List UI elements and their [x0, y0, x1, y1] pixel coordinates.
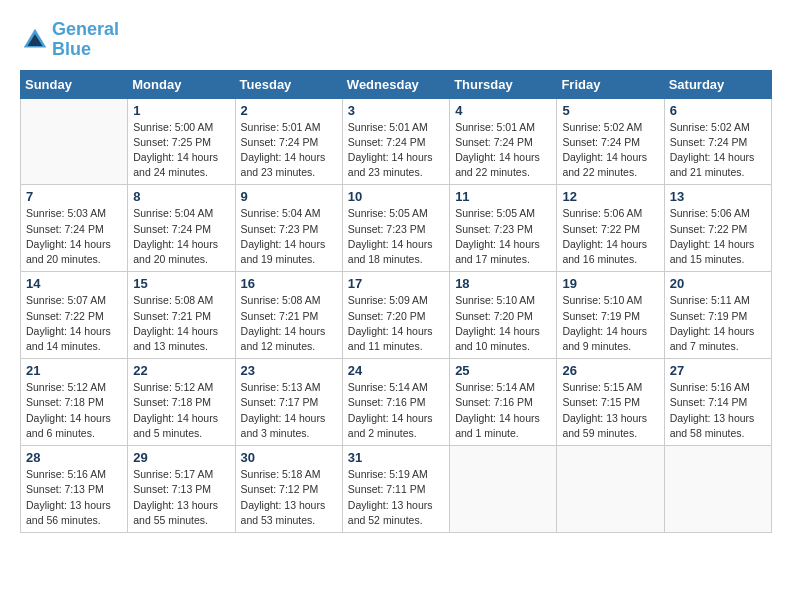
calendar-cell: 7Sunrise: 5:03 AMSunset: 7:24 PMDaylight… [21, 185, 128, 272]
day-number: 12 [562, 189, 658, 204]
calendar-cell: 24Sunrise: 5:14 AMSunset: 7:16 PMDayligh… [342, 359, 449, 446]
calendar-cell: 31Sunrise: 5:19 AMSunset: 7:11 PMDayligh… [342, 446, 449, 533]
day-info: Sunrise: 5:01 AMSunset: 7:24 PMDaylight:… [348, 120, 444, 181]
day-info: Sunrise: 5:10 AMSunset: 7:19 PMDaylight:… [562, 293, 658, 354]
day-number: 26 [562, 363, 658, 378]
day-number: 9 [241, 189, 337, 204]
day-info: Sunrise: 5:09 AMSunset: 7:20 PMDaylight:… [348, 293, 444, 354]
day-number: 29 [133, 450, 229, 465]
day-info: Sunrise: 5:14 AMSunset: 7:16 PMDaylight:… [455, 380, 551, 441]
logo-text: General Blue [52, 20, 119, 60]
calendar-cell: 5Sunrise: 5:02 AMSunset: 7:24 PMDaylight… [557, 98, 664, 185]
calendar-cell: 25Sunrise: 5:14 AMSunset: 7:16 PMDayligh… [450, 359, 557, 446]
calendar-cell: 4Sunrise: 5:01 AMSunset: 7:24 PMDaylight… [450, 98, 557, 185]
calendar-cell: 29Sunrise: 5:17 AMSunset: 7:13 PMDayligh… [128, 446, 235, 533]
calendar-cell: 14Sunrise: 5:07 AMSunset: 7:22 PMDayligh… [21, 272, 128, 359]
calendar-week-row: 21Sunrise: 5:12 AMSunset: 7:18 PMDayligh… [21, 359, 772, 446]
day-number: 23 [241, 363, 337, 378]
calendar-week-row: 28Sunrise: 5:16 AMSunset: 7:13 PMDayligh… [21, 446, 772, 533]
calendar-cell: 19Sunrise: 5:10 AMSunset: 7:19 PMDayligh… [557, 272, 664, 359]
day-info: Sunrise: 5:11 AMSunset: 7:19 PMDaylight:… [670, 293, 766, 354]
day-number: 14 [26, 276, 122, 291]
day-info: Sunrise: 5:03 AMSunset: 7:24 PMDaylight:… [26, 206, 122, 267]
day-number: 31 [348, 450, 444, 465]
day-number: 28 [26, 450, 122, 465]
day-number: 15 [133, 276, 229, 291]
day-header: Friday [557, 70, 664, 98]
calendar-cell: 12Sunrise: 5:06 AMSunset: 7:22 PMDayligh… [557, 185, 664, 272]
day-number: 24 [348, 363, 444, 378]
calendar-cell: 10Sunrise: 5:05 AMSunset: 7:23 PMDayligh… [342, 185, 449, 272]
day-header: Wednesday [342, 70, 449, 98]
day-info: Sunrise: 5:02 AMSunset: 7:24 PMDaylight:… [562, 120, 658, 181]
logo-icon [20, 25, 50, 55]
calendar-cell: 16Sunrise: 5:08 AMSunset: 7:21 PMDayligh… [235, 272, 342, 359]
day-number: 19 [562, 276, 658, 291]
day-number: 3 [348, 103, 444, 118]
day-number: 18 [455, 276, 551, 291]
day-info: Sunrise: 5:01 AMSunset: 7:24 PMDaylight:… [455, 120, 551, 181]
calendar-cell: 9Sunrise: 5:04 AMSunset: 7:23 PMDaylight… [235, 185, 342, 272]
calendar-cell: 17Sunrise: 5:09 AMSunset: 7:20 PMDayligh… [342, 272, 449, 359]
calendar-cell: 26Sunrise: 5:15 AMSunset: 7:15 PMDayligh… [557, 359, 664, 446]
day-header: Saturday [664, 70, 771, 98]
calendar-cell: 18Sunrise: 5:10 AMSunset: 7:20 PMDayligh… [450, 272, 557, 359]
day-number: 2 [241, 103, 337, 118]
day-number: 1 [133, 103, 229, 118]
day-header: Monday [128, 70, 235, 98]
day-info: Sunrise: 5:14 AMSunset: 7:16 PMDaylight:… [348, 380, 444, 441]
day-number: 17 [348, 276, 444, 291]
day-info: Sunrise: 5:16 AMSunset: 7:14 PMDaylight:… [670, 380, 766, 441]
day-number: 20 [670, 276, 766, 291]
day-info: Sunrise: 5:16 AMSunset: 7:13 PMDaylight:… [26, 467, 122, 528]
day-info: Sunrise: 5:19 AMSunset: 7:11 PMDaylight:… [348, 467, 444, 528]
calendar-week-row: 1Sunrise: 5:00 AMSunset: 7:25 PMDaylight… [21, 98, 772, 185]
calendar-week-row: 7Sunrise: 5:03 AMSunset: 7:24 PMDaylight… [21, 185, 772, 272]
day-number: 5 [562, 103, 658, 118]
day-number: 10 [348, 189, 444, 204]
day-number: 22 [133, 363, 229, 378]
calendar-cell: 15Sunrise: 5:08 AMSunset: 7:21 PMDayligh… [128, 272, 235, 359]
day-info: Sunrise: 5:05 AMSunset: 7:23 PMDaylight:… [455, 206, 551, 267]
day-info: Sunrise: 5:01 AMSunset: 7:24 PMDaylight:… [241, 120, 337, 181]
day-info: Sunrise: 5:15 AMSunset: 7:15 PMDaylight:… [562, 380, 658, 441]
calendar-cell: 3Sunrise: 5:01 AMSunset: 7:24 PMDaylight… [342, 98, 449, 185]
calendar-cell: 21Sunrise: 5:12 AMSunset: 7:18 PMDayligh… [21, 359, 128, 446]
day-info: Sunrise: 5:06 AMSunset: 7:22 PMDaylight:… [670, 206, 766, 267]
calendar-cell [450, 446, 557, 533]
page-header: General Blue [20, 20, 772, 60]
day-info: Sunrise: 5:08 AMSunset: 7:21 PMDaylight:… [133, 293, 229, 354]
day-info: Sunrise: 5:13 AMSunset: 7:17 PMDaylight:… [241, 380, 337, 441]
day-number: 6 [670, 103, 766, 118]
calendar-cell: 8Sunrise: 5:04 AMSunset: 7:24 PMDaylight… [128, 185, 235, 272]
calendar-cell: 6Sunrise: 5:02 AMSunset: 7:24 PMDaylight… [664, 98, 771, 185]
day-info: Sunrise: 5:10 AMSunset: 7:20 PMDaylight:… [455, 293, 551, 354]
day-info: Sunrise: 5:12 AMSunset: 7:18 PMDaylight:… [133, 380, 229, 441]
day-info: Sunrise: 5:04 AMSunset: 7:24 PMDaylight:… [133, 206, 229, 267]
calendar-cell: 13Sunrise: 5:06 AMSunset: 7:22 PMDayligh… [664, 185, 771, 272]
calendar-week-row: 14Sunrise: 5:07 AMSunset: 7:22 PMDayligh… [21, 272, 772, 359]
day-info: Sunrise: 5:17 AMSunset: 7:13 PMDaylight:… [133, 467, 229, 528]
day-number: 11 [455, 189, 551, 204]
day-info: Sunrise: 5:08 AMSunset: 7:21 PMDaylight:… [241, 293, 337, 354]
calendar-cell: 28Sunrise: 5:16 AMSunset: 7:13 PMDayligh… [21, 446, 128, 533]
calendar-cell [664, 446, 771, 533]
day-number: 27 [670, 363, 766, 378]
calendar-table: SundayMondayTuesdayWednesdayThursdayFrid… [20, 70, 772, 533]
day-info: Sunrise: 5:12 AMSunset: 7:18 PMDaylight:… [26, 380, 122, 441]
calendar-cell [21, 98, 128, 185]
day-number: 30 [241, 450, 337, 465]
header-row: SundayMondayTuesdayWednesdayThursdayFrid… [21, 70, 772, 98]
calendar-cell: 11Sunrise: 5:05 AMSunset: 7:23 PMDayligh… [450, 185, 557, 272]
day-number: 13 [670, 189, 766, 204]
calendar-cell [557, 446, 664, 533]
day-header: Thursday [450, 70, 557, 98]
calendar-cell: 1Sunrise: 5:00 AMSunset: 7:25 PMDaylight… [128, 98, 235, 185]
day-number: 25 [455, 363, 551, 378]
day-info: Sunrise: 5:07 AMSunset: 7:22 PMDaylight:… [26, 293, 122, 354]
day-info: Sunrise: 5:00 AMSunset: 7:25 PMDaylight:… [133, 120, 229, 181]
day-info: Sunrise: 5:04 AMSunset: 7:23 PMDaylight:… [241, 206, 337, 267]
day-header: Sunday [21, 70, 128, 98]
day-info: Sunrise: 5:06 AMSunset: 7:22 PMDaylight:… [562, 206, 658, 267]
calendar-cell: 2Sunrise: 5:01 AMSunset: 7:24 PMDaylight… [235, 98, 342, 185]
